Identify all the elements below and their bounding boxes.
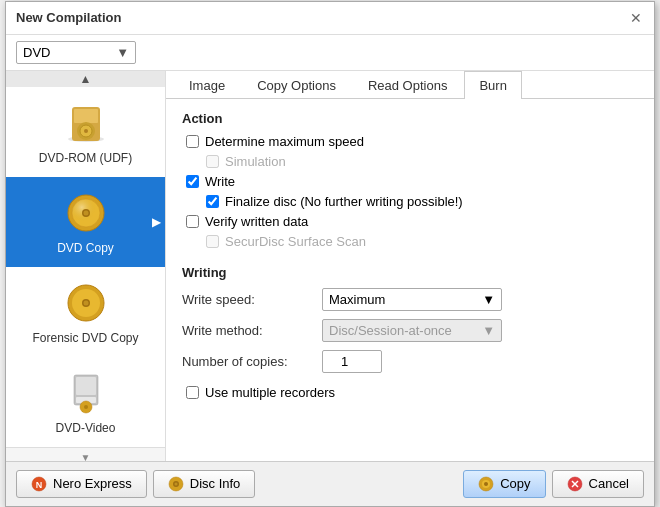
selected-arrow-icon: ▶ — [152, 215, 161, 229]
writing-section: Writing Write speed: Maximum ▼ Write met… — [182, 265, 638, 400]
svg-point-5 — [84, 129, 88, 133]
checkbox-securdisc: SecurDisc Surface Scan — [182, 234, 638, 249]
securdisc-label: SecurDisc Surface Scan — [225, 234, 366, 249]
footer: N Nero Express Disc Info Copy — [6, 461, 654, 506]
dvd-copy-icon — [62, 189, 110, 237]
window-title: New Compilation — [16, 10, 121, 25]
write-speed-value: Maximum — [329, 292, 385, 307]
content-area: ▲ DVD-ROM (UDF) — [6, 71, 654, 461]
num-copies-row: Number of copies: — [182, 350, 638, 373]
forensic-dvd-copy-label: Forensic DVD Copy — [32, 331, 138, 345]
dvd-video-icon — [62, 369, 110, 417]
nero-express-label: Nero Express — [53, 476, 132, 491]
burn-tab-content: Action Determine maximum speed Simulatio… — [166, 99, 654, 461]
simulation-checkbox[interactable] — [206, 155, 219, 168]
use-multiple-recorders-label: Use multiple recorders — [205, 385, 335, 400]
tab-burn[interactable]: Burn — [464, 71, 521, 99]
copy-icon — [478, 476, 494, 492]
title-bar: New Compilation ✕ — [6, 2, 654, 35]
write-speed-label: Write speed: — [182, 292, 322, 307]
action-section-title: Action — [182, 111, 638, 126]
close-button[interactable]: ✕ — [628, 10, 644, 26]
securdisc-checkbox[interactable] — [206, 235, 219, 248]
determine-max-speed-label: Determine maximum speed — [205, 134, 364, 149]
write-method-row: Write method: Disc/Session-at-once ▼ — [182, 319, 638, 342]
writing-section-title: Writing — [182, 265, 638, 280]
finalize-disc-checkbox[interactable] — [206, 195, 219, 208]
checkbox-verify-written-data: Verify written data — [182, 214, 638, 229]
dvd-copy-label: DVD Copy — [57, 241, 114, 255]
checkbox-use-multiple-recorders: Use multiple recorders — [182, 385, 638, 400]
num-copies-input[interactable] — [322, 350, 382, 373]
svg-text:N: N — [36, 480, 43, 490]
tab-copy-options[interactable]: Copy Options — [242, 71, 351, 99]
dvd-rom-udf-icon — [62, 99, 110, 147]
svg-point-24 — [174, 482, 177, 485]
dvd-video-label: DVD-Video — [56, 421, 116, 435]
sidebar-item-forensic-dvd-copy[interactable]: Forensic DVD Copy — [6, 267, 165, 357]
scroll-up-button[interactable]: ▲ — [6, 71, 165, 87]
svg-rect-16 — [76, 377, 96, 395]
checkbox-simulation: Simulation — [182, 154, 638, 169]
sidebar-item-dvd-video[interactable]: DVD-Video — [6, 357, 165, 447]
disc-info-icon — [168, 476, 184, 492]
verify-written-data-checkbox[interactable] — [186, 215, 199, 228]
write-checkbox[interactable] — [186, 175, 199, 188]
num-copies-label: Number of copies: — [182, 354, 322, 369]
cancel-label: Cancel — [589, 476, 629, 491]
checkbox-write: Write — [182, 174, 638, 189]
checkbox-determine-max-speed: Determine maximum speed — [182, 134, 638, 149]
checkbox-finalize-disc: Finalize disc (No further writing possib… — [182, 194, 638, 209]
write-speed-arrow-icon: ▼ — [482, 292, 495, 307]
chevron-down-icon: ▼ — [116, 45, 129, 60]
dvd-rom-udf-label: DVD-ROM (UDF) — [39, 151, 132, 165]
sidebar: ▲ DVD-ROM (UDF) — [6, 71, 166, 461]
write-method-dropdown[interactable]: Disc/Session-at-once ▼ — [322, 319, 502, 342]
determine-max-speed-checkbox[interactable] — [186, 135, 199, 148]
verify-written-data-label: Verify written data — [205, 214, 308, 229]
copy-button[interactable]: Copy — [463, 470, 545, 498]
tab-image[interactable]: Image — [174, 71, 240, 99]
svg-rect-2 — [74, 109, 98, 123]
write-method-value: Disc/Session-at-once — [329, 323, 452, 338]
cancel-icon — [567, 476, 583, 492]
disc-type-dropdown[interactable]: DVD ▼ — [16, 41, 136, 64]
svg-point-14 — [83, 300, 88, 305]
svg-point-27 — [484, 482, 488, 486]
tabs-bar: Image Copy Options Read Options Burn — [166, 71, 654, 99]
disc-info-button[interactable]: Disc Info — [153, 470, 256, 498]
simulation-label: Simulation — [225, 154, 286, 169]
sidebar-item-dvd-copy[interactable]: DVD Copy ▶ — [6, 177, 165, 267]
copy-label: Copy — [500, 476, 530, 491]
toolbar: DVD ▼ — [6, 35, 654, 71]
main-panel: Image Copy Options Read Options Burn Act… — [166, 71, 654, 461]
nero-express-button[interactable]: N Nero Express — [16, 470, 147, 498]
write-method-label: Write method: — [182, 323, 322, 338]
forensic-dvd-copy-icon — [62, 279, 110, 327]
write-method-arrow-icon: ▼ — [482, 323, 495, 338]
nero-express-icon: N — [31, 476, 47, 492]
disc-info-label: Disc Info — [190, 476, 241, 491]
cancel-button[interactable]: Cancel — [552, 470, 644, 498]
write-label: Write — [205, 174, 235, 189]
write-speed-row: Write speed: Maximum ▼ — [182, 288, 638, 311]
svg-point-19 — [84, 405, 88, 409]
scroll-down-button[interactable]: ▼ — [6, 447, 165, 461]
finalize-disc-label: Finalize disc (No further writing possib… — [225, 194, 463, 209]
svg-point-10 — [83, 210, 88, 215]
disc-type-label: DVD — [23, 45, 50, 60]
sidebar-item-dvd-rom-udf[interactable]: DVD-ROM (UDF) — [6, 87, 165, 177]
write-speed-dropdown[interactable]: Maximum ▼ — [322, 288, 502, 311]
use-multiple-recorders-checkbox[interactable] — [186, 386, 199, 399]
main-window: New Compilation ✕ DVD ▼ ▲ — [5, 1, 655, 507]
tab-read-options[interactable]: Read Options — [353, 71, 463, 99]
